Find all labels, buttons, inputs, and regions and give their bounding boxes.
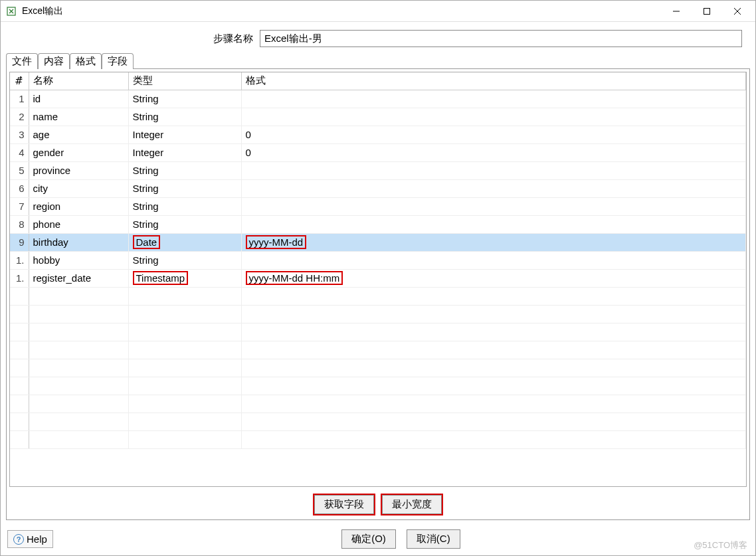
cell-name[interactable]: register_date [29, 269, 128, 287]
cell-name[interactable]: phone [29, 215, 128, 233]
fields-table: #̂ 名称 类型 格式 1idString2nameString3ageInte… [10, 72, 746, 449]
cell-name[interactable]: hobby [29, 251, 128, 269]
cell-type[interactable]: Date [128, 233, 241, 251]
row-number: 9 [10, 233, 29, 251]
col-header-rownum[interactable]: #̂ [10, 72, 29, 90]
col-header-name[interactable]: 名称 [29, 72, 128, 90]
table-row[interactable]: 6cityString [10, 179, 746, 197]
window-title: Excel输出 [22, 5, 661, 17]
cell-format[interactable] [241, 197, 746, 215]
cell-type[interactable]: String [128, 197, 241, 215]
col-header-format[interactable]: 格式 [241, 72, 746, 90]
table-row[interactable]: 1.register_dateTimestampyyyy-MM-dd HH:mm [10, 269, 746, 287]
cell-format[interactable]: yyyy-MM-dd [241, 233, 746, 251]
tab-content-fields: #̂ 名称 类型 格式 1idString2nameString3ageInte… [6, 68, 750, 520]
cell-format[interactable] [241, 251, 746, 269]
cell-type[interactable]: String [128, 161, 241, 179]
tab-3[interactable]: 字段 [102, 53, 134, 69]
col-header-type[interactable]: 类型 [128, 72, 241, 90]
table-row[interactable]: 8phoneString [10, 215, 746, 233]
cell-format[interactable] [241, 215, 746, 233]
maximize-button[interactable] [692, 1, 722, 21]
help-label: Help [27, 533, 47, 545]
cell-name[interactable]: birthday [29, 233, 128, 251]
row-number: 1. [10, 269, 29, 287]
cell-name[interactable]: name [29, 108, 128, 126]
tab-2[interactable]: 格式 [70, 53, 102, 69]
table-row-empty[interactable] [10, 287, 746, 305]
dialog-footer: ? Help 确定(O) 取消(C) [1, 525, 755, 555]
help-button[interactable]: ? Help [7, 530, 53, 548]
grid-button-row: 获取字段 最小宽度 [7, 490, 749, 519]
table-row[interactable]: 1idString [10, 90, 746, 108]
cell-format[interactable] [241, 90, 746, 108]
ok-button[interactable]: 确定(O) [341, 529, 396, 549]
cell-name[interactable]: province [29, 161, 128, 179]
window: Excel输出 步骤名称 文件内容格式字段 #̂ 名称 类型 格式 1 [0, 0, 756, 556]
cell-type[interactable]: String [128, 215, 241, 233]
table-row-empty[interactable] [10, 341, 746, 359]
table-row[interactable]: 5provinceString [10, 161, 746, 179]
excel-output-icon [6, 6, 17, 17]
table-row-empty[interactable] [10, 395, 746, 413]
cell-type[interactable]: String [128, 179, 241, 197]
row-number: 1. [10, 251, 29, 269]
table-row[interactable]: 7regionString [10, 197, 746, 215]
cell-name[interactable]: gender [29, 143, 128, 161]
table-row[interactable]: 1.hobbyString [10, 251, 746, 269]
row-number: 1 [10, 90, 29, 108]
row-number: 4 [10, 143, 29, 161]
titlebar: Excel输出 [1, 1, 755, 22]
step-name-row: 步骤名称 [1, 22, 755, 52]
cell-type[interactable]: Integer [128, 143, 241, 161]
step-name-input[interactable] [260, 30, 742, 47]
table-row[interactable]: 4genderInteger0 [10, 143, 746, 161]
tab-bar: 文件内容格式字段 [1, 52, 755, 68]
watermark: @51CTO博客 [694, 539, 747, 551]
cell-name[interactable]: region [29, 197, 128, 215]
cell-format[interactable]: 0 [241, 126, 746, 143]
svg-rect-2 [704, 8, 710, 14]
cell-type[interactable]: Timestamp [128, 269, 241, 287]
cell-format[interactable] [241, 108, 746, 126]
cell-format[interactable]: yyyy-MM-dd HH:mm [241, 269, 746, 287]
row-number: 2 [10, 108, 29, 126]
tab-1[interactable]: 内容 [38, 53, 70, 69]
row-number: 3 [10, 126, 29, 143]
table-row-empty[interactable] [10, 430, 746, 448]
fields-grid[interactable]: #̂ 名称 类型 格式 1idString2nameString3ageInte… [9, 72, 747, 487]
table-row-empty[interactable] [10, 323, 746, 341]
cell-format[interactable] [241, 179, 746, 197]
cell-format[interactable]: 0 [241, 143, 746, 161]
get-fields-button[interactable]: 获取字段 [314, 495, 374, 514]
table-row[interactable]: 2nameString [10, 108, 746, 126]
row-number: 8 [10, 215, 29, 233]
cell-type[interactable]: String [128, 251, 241, 269]
table-row-empty[interactable] [10, 413, 746, 430]
minimize-button[interactable] [661, 1, 692, 21]
cell-format[interactable] [241, 161, 746, 179]
cell-type[interactable]: Integer [128, 126, 241, 143]
cell-name[interactable]: age [29, 126, 128, 143]
row-number: 5 [10, 161, 29, 179]
window-controls [661, 1, 753, 21]
cell-type[interactable]: String [128, 108, 241, 126]
row-number: 7 [10, 197, 29, 215]
table-row[interactable]: 9birthdayDateyyyy-MM-dd [10, 233, 746, 251]
step-name-label: 步骤名称 [7, 33, 260, 45]
cell-name[interactable]: city [29, 179, 128, 197]
tab-0[interactable]: 文件 [6, 53, 38, 69]
table-row-empty[interactable] [10, 359, 746, 377]
cancel-button[interactable]: 取消(C) [407, 529, 460, 549]
table-row[interactable]: 3ageInteger0 [10, 126, 746, 143]
help-icon: ? [13, 534, 24, 545]
min-width-button[interactable]: 最小宽度 [382, 495, 442, 514]
cell-type[interactable]: String [128, 90, 241, 108]
close-button[interactable] [722, 1, 753, 21]
cell-name[interactable]: id [29, 90, 128, 108]
table-row-empty[interactable] [10, 377, 746, 395]
row-number: 6 [10, 179, 29, 197]
table-row-empty[interactable] [10, 305, 746, 323]
